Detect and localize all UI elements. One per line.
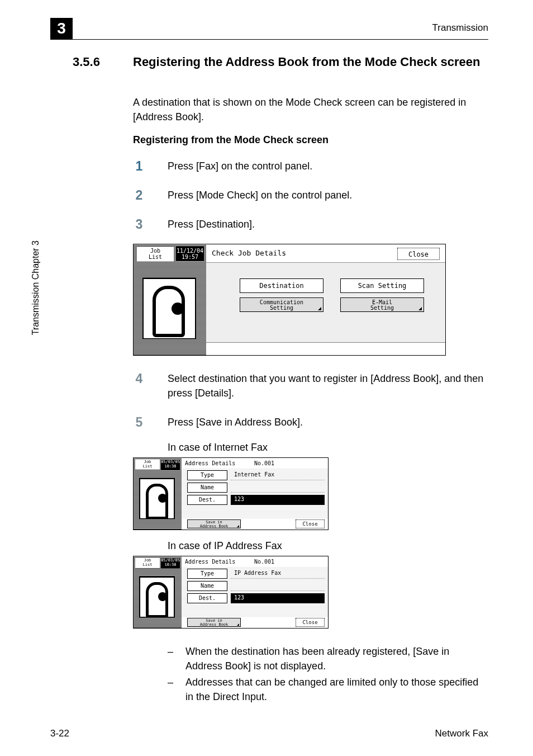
- step-text-2: Press [Mode Check] on the control panel.: [168, 188, 488, 202]
- name-value: [231, 483, 325, 493]
- save-in-address-book-button[interactable]: Save in Address Book: [187, 618, 241, 627]
- name-label: Name: [187, 483, 227, 493]
- footer-right: Network Fax: [435, 728, 488, 739]
- printer-icon: [139, 577, 175, 618]
- intro-paragraph: A destination that is shown on the Mode …: [133, 95, 488, 124]
- dest-value: 123: [231, 495, 325, 505]
- name-value: [231, 581, 325, 591]
- section-number: 3.5.6: [73, 55, 117, 69]
- note-1: When the destination has been already re…: [185, 644, 488, 673]
- dest-value: 123: [231, 593, 325, 603]
- datetime-display: 05/03/05 10:30: [161, 558, 180, 568]
- screenshot-internet-fax: Job List 05/03/05 10:30 Address Details …: [133, 457, 329, 530]
- step-text-4: Select destination that you want to regi…: [168, 371, 488, 400]
- chapter-number-tab: 3: [50, 18, 73, 39]
- address-number: No.001: [254, 559, 274, 565]
- step-number-4: 4: [133, 371, 145, 386]
- scan-setting-button[interactable]: Scan Setting: [340, 278, 424, 293]
- side-tab: Transmission Chapter 3: [31, 240, 41, 335]
- step-number-3: 3: [133, 217, 145, 232]
- save-in-address-book-button[interactable]: Save in Address Book: [187, 519, 241, 528]
- type-value: IP Address Fax: [231, 569, 325, 579]
- screenshot-ip-address-fax: Job List 05/03/05 10:30 Address Details …: [133, 556, 329, 629]
- dash-bullet: –: [168, 675, 175, 704]
- close-button[interactable]: Close: [296, 519, 325, 528]
- screen-body: Destination Scan Setting Communication S…: [206, 262, 445, 343]
- subheading: Registering from the Mode Check screen: [133, 134, 488, 146]
- type-label: Type: [187, 470, 227, 480]
- email-setting-button[interactable]: E-Mail Setting: [340, 297, 424, 312]
- name-label: Name: [187, 581, 227, 591]
- printer-icon: [142, 278, 196, 339]
- header-section-title: Transmission: [432, 22, 488, 34]
- job-list-tab[interactable]: Job List: [135, 460, 160, 470]
- step-text-3: Press [Destination].: [168, 217, 488, 231]
- printer-icon: [139, 478, 175, 519]
- step-number-1: 1: [133, 159, 145, 174]
- screenshot-left-panel: Job List 11/12/04 19:57: [134, 244, 206, 355]
- header-rule: [50, 39, 488, 40]
- note-2: Addresses that can be changed are limite…: [185, 675, 488, 704]
- close-button[interactable]: Close: [397, 248, 440, 260]
- step-text-1: Press [Fax] on the control panel.: [168, 159, 488, 173]
- type-value: Internet Fax: [231, 470, 325, 480]
- screenshot-check-job-details: Job List 11/12/04 19:57 Check Job Detail…: [133, 244, 446, 356]
- datetime-display: 11/12/04 19:57: [176, 247, 204, 261]
- step-number-5: 5: [133, 415, 145, 430]
- destination-button[interactable]: Destination: [240, 278, 323, 293]
- job-list-tab[interactable]: Job List: [135, 558, 160, 568]
- caption-internet-fax: In case of Internet Fax: [168, 442, 488, 453]
- communication-setting-button[interactable]: Communication Setting: [240, 297, 323, 312]
- address-details-title: Address Details: [185, 460, 235, 466]
- address-number: No.001: [254, 460, 274, 466]
- sm-left-panel: Job List 05/03/05 10:30: [134, 458, 182, 530]
- screen-title: Check Job Details: [212, 249, 286, 257]
- dash-bullet: –: [168, 644, 175, 673]
- dest-label: Dest.: [187, 593, 227, 603]
- type-label: Type: [187, 569, 227, 579]
- section-heading: Registering the Address Book from the Mo…: [133, 55, 480, 69]
- address-details-title: Address Details: [185, 559, 235, 565]
- close-button[interactable]: Close: [296, 618, 325, 627]
- step-number-2: 2: [133, 188, 145, 203]
- dest-label: Dest.: [187, 495, 227, 505]
- caption-ip-address-fax: In case of IP Address Fax: [168, 540, 488, 552]
- step-text-5: Press [Save in Address Book].: [168, 415, 488, 429]
- sm-left-panel: Job List 05/03/05 10:30: [134, 556, 182, 628]
- datetime-display: 05/03/05 10:30: [161, 460, 180, 470]
- job-list-tab[interactable]: Job List: [137, 247, 174, 261]
- footer-page-number: 3-22: [50, 728, 69, 739]
